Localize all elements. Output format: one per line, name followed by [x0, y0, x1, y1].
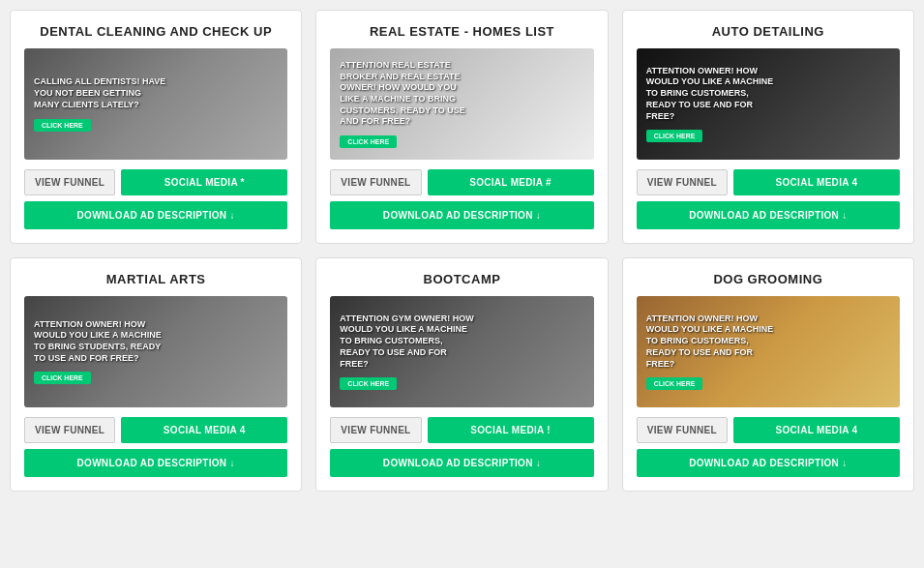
card-actions-dental: VIEW FUNNEL SOCIAL MEDIA *: [24, 169, 287, 195]
view-funnel-button-dental[interactable]: VIEW FUNNEL: [24, 169, 115, 195]
download-button-auto[interactable]: DOWNLOAD AD DESCRIPTION ↓: [637, 201, 900, 229]
image-fake-btn-auto: CLICK HERE: [646, 130, 703, 142]
card-title-bootcamp: BOOTCAMP: [424, 272, 501, 286]
card-image-auto: ATTENTION OWNER! HOW WOULD YOU LIKE A MA…: [637, 48, 900, 160]
social-media-button-realestate[interactable]: SOCIAL MEDIA #: [428, 169, 594, 195]
image-text-bootcamp: ATTENTION GYM OWNER! HOW WOULD YOU LIKE …: [340, 314, 474, 370]
card-bootcamp: BOOTCAMP ATTENTION GYM OWNER! HOW WOULD …: [315, 257, 608, 492]
image-text-doggrooming: ATTENTION OWNER! HOW WOULD YOU LIKE A MA…: [646, 314, 781, 370]
social-media-button-dental[interactable]: SOCIAL MEDIA *: [121, 169, 287, 195]
view-funnel-button-doggrooming[interactable]: VIEW FUNNEL: [637, 417, 728, 443]
card-realestate: REAL ESTATE - HOMES LIST ATTENTION REAL …: [315, 10, 608, 244]
card-actions-realestate: VIEW FUNNEL SOCIAL MEDIA #: [330, 169, 593, 195]
card-doggrooming: DOG GROOMING ATTENTION OWNER! HOW WOULD …: [622, 257, 914, 492]
image-fake-btn-realestate: CLICK HERE: [340, 135, 397, 148]
download-button-doggrooming[interactable]: DOWNLOAD AD DESCRIPTION ↓: [637, 449, 900, 477]
image-fake-btn-bootcamp: CLICK HERE: [340, 377, 397, 390]
image-text-auto: ATTENTION OWNER! HOW WOULD YOU LIKE A MA…: [646, 66, 781, 122]
social-media-button-auto[interactable]: SOCIAL MEDIA 4: [733, 169, 900, 195]
card-actions-martialarts: VIEW FUNNEL SOCIAL MEDIA 4: [24, 417, 287, 443]
image-text-realestate: ATTENTION REAL ESTATE BROKER AND REAL ES…: [340, 60, 474, 128]
card-actions-doggrooming: VIEW FUNNEL SOCIAL MEDIA 4: [637, 417, 900, 443]
card-image-doggrooming: ATTENTION OWNER! HOW WOULD YOU LIKE A MA…: [637, 296, 900, 407]
image-text-dental: CALLING ALL DENTISTS! HAVE YOU NOT BEEN …: [34, 76, 168, 110]
card-image-realestate: ATTENTION REAL ESTATE BROKER AND REAL ES…: [330, 48, 593, 160]
download-button-martialarts[interactable]: DOWNLOAD AD DESCRIPTION ↓: [24, 449, 287, 477]
image-fake-btn-dental: CLICK HERE: [34, 119, 91, 132]
card-actions-auto: VIEW FUNNEL SOCIAL MEDIA 4: [637, 169, 900, 195]
view-funnel-button-auto[interactable]: VIEW FUNNEL: [637, 169, 728, 195]
social-media-button-bootcamp[interactable]: SOCIAL MEDIA !: [428, 417, 594, 443]
card-dental: DENTAL CLEANING AND CHECK UP CALLING ALL…: [10, 10, 302, 244]
download-button-realestate[interactable]: DOWNLOAD AD DESCRIPTION ↓: [330, 201, 593, 229]
card-title-dental: DENTAL CLEANING AND CHECK UP: [40, 24, 272, 39]
card-image-bootcamp: ATTENTION GYM OWNER! HOW WOULD YOU LIKE …: [330, 296, 593, 407]
card-title-martialarts: MARTIAL ARTS: [106, 272, 206, 286]
image-fake-btn-martialarts: CLICK HERE: [34, 372, 91, 384]
download-button-dental[interactable]: DOWNLOAD AD DESCRIPTION ↓: [24, 201, 287, 229]
card-title-auto: AUTO DETAILING: [712, 24, 824, 39]
view-funnel-button-martialarts[interactable]: VIEW FUNNEL: [24, 417, 115, 443]
card-title-realestate: REAL ESTATE - HOMES LIST: [370, 24, 554, 39]
card-martialarts: MARTIAL ARTS ATTENTION OWNER! HOW WOULD …: [10, 257, 302, 492]
view-funnel-button-realestate[interactable]: VIEW FUNNEL: [330, 169, 421, 195]
card-auto: AUTO DETAILING ATTENTION OWNER! HOW WOUL…: [622, 10, 914, 244]
view-funnel-button-bootcamp[interactable]: VIEW FUNNEL: [330, 417, 421, 443]
image-fake-btn-doggrooming: CLICK HERE: [646, 377, 703, 390]
card-title-doggrooming: DOG GROOMING: [713, 272, 822, 286]
image-text-martialarts: ATTENTION OWNER! HOW WOULD YOU LIKE A MA…: [34, 319, 168, 365]
cards-grid: DENTAL CLEANING AND CHECK UP CALLING ALL…: [10, 10, 914, 492]
social-media-button-doggrooming[interactable]: SOCIAL MEDIA 4: [733, 417, 900, 443]
card-image-martialarts: ATTENTION OWNER! HOW WOULD YOU LIKE A MA…: [24, 296, 287, 407]
download-button-bootcamp[interactable]: DOWNLOAD AD DESCRIPTION ↓: [330, 449, 593, 477]
social-media-button-martialarts[interactable]: SOCIAL MEDIA 4: [121, 417, 287, 443]
card-image-dental: CALLING ALL DENTISTS! HAVE YOU NOT BEEN …: [24, 48, 287, 160]
card-actions-bootcamp: VIEW FUNNEL SOCIAL MEDIA !: [330, 417, 593, 443]
